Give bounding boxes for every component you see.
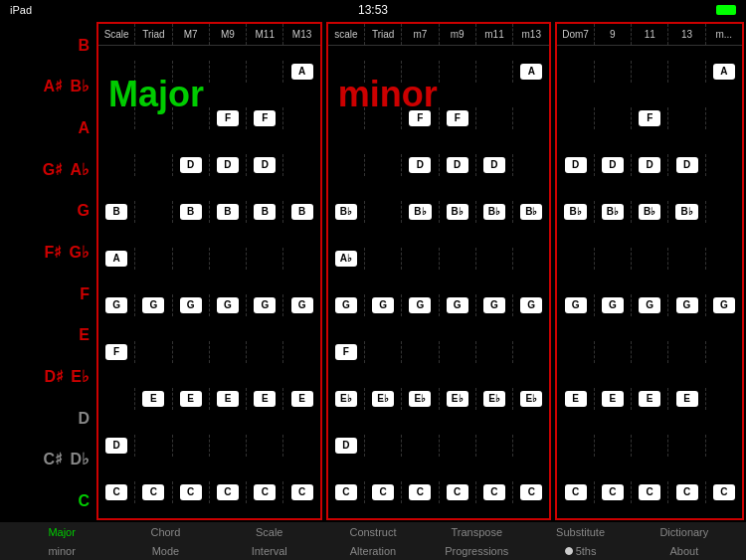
cell[interactable]: G — [135, 294, 172, 316]
cell[interactable]: F — [247, 107, 283, 129]
cell[interactable]: C — [210, 481, 247, 503]
note-G[interactable]: G — [520, 297, 542, 313]
cell[interactable]: G — [283, 294, 319, 316]
note-A[interactable]: A — [713, 64, 735, 80]
cell[interactable]: G — [210, 294, 247, 316]
key-Cs-Db[interactable]: C♯ D♭ — [44, 452, 90, 467]
note-Ab[interactable]: A♭ — [335, 251, 357, 267]
cell[interactable]: B♭ — [668, 201, 705, 223]
note-Bb[interactable]: B♭ — [675, 204, 697, 220]
note-D[interactable]: D — [254, 157, 276, 173]
key-B[interactable]: B — [78, 38, 90, 54]
cell[interactable]: A — [283, 61, 319, 83]
cell[interactable]: C — [247, 481, 283, 503]
note-C[interactable]: C — [409, 484, 431, 500]
cell[interactable]: F — [210, 107, 247, 129]
cell[interactable]: C — [595, 481, 632, 503]
key-C[interactable]: C — [78, 493, 90, 509]
key-G[interactable]: G — [78, 203, 90, 219]
note-Bb[interactable]: B♭ — [564, 204, 586, 220]
note-F[interactable]: F — [217, 110, 239, 126]
cell[interactable]: F — [98, 341, 135, 363]
note-Eb[interactable]: E♭ — [335, 391, 357, 407]
cell[interactable]: G — [440, 294, 476, 316]
note-D[interactable]: D — [217, 157, 239, 173]
cell[interactable]: E — [135, 388, 172, 410]
note-D[interactable]: D — [565, 157, 587, 173]
nav-minor[interactable]: minor — [10, 545, 113, 557]
cell[interactable]: B♭ — [402, 201, 439, 223]
note-E[interactable]: E — [291, 391, 313, 407]
cell[interactable]: A — [706, 61, 742, 83]
cell[interactable]: C — [440, 481, 476, 503]
cell[interactable]: D — [402, 154, 439, 176]
nav-chord[interactable]: Chord — [113, 526, 217, 538]
cell[interactable]: A♭ — [328, 248, 365, 270]
note-D[interactable]: D — [180, 157, 202, 173]
note-D[interactable]: D — [639, 157, 660, 173]
cell[interactable]: D — [668, 154, 705, 176]
note-G[interactable]: G — [372, 297, 394, 313]
note-C[interactable]: C — [639, 484, 660, 500]
cell[interactable]: B♭ — [328, 201, 365, 223]
cell[interactable]: E♭ — [402, 388, 439, 410]
note-G[interactable]: G — [447, 297, 468, 313]
note-C[interactable]: C — [335, 484, 357, 500]
note-C[interactable]: C — [217, 484, 239, 500]
cell[interactable]: C — [135, 481, 172, 503]
note-C[interactable]: C — [105, 484, 127, 500]
cell[interactable]: F — [440, 107, 476, 129]
note-C[interactable]: C — [447, 484, 468, 500]
note-E[interactable]: E — [254, 391, 276, 407]
note-Bb[interactable]: B♭ — [447, 204, 468, 220]
cell[interactable]: F — [328, 341, 365, 363]
note-G[interactable]: G — [105, 297, 127, 313]
note-F[interactable]: F — [447, 110, 468, 126]
nav-construct[interactable]: Construct — [321, 526, 425, 538]
cell[interactable]: G — [595, 294, 632, 316]
note-G[interactable]: G — [676, 297, 698, 313]
cell[interactable]: D — [557, 154, 594, 176]
nav-mode[interactable]: Mode — [113, 545, 217, 557]
cell[interactable]: A — [98, 248, 135, 270]
nav-interval[interactable]: Interval — [218, 545, 321, 557]
cell[interactable]: C — [98, 481, 135, 503]
cell[interactable]: E — [595, 388, 632, 410]
cell[interactable]: B — [173, 201, 210, 223]
note-B[interactable]: B — [291, 204, 313, 220]
nav-about[interactable]: About — [633, 545, 736, 557]
note-F[interactable]: F — [335, 344, 357, 360]
note-C[interactable]: C — [565, 484, 587, 500]
cell[interactable]: E — [173, 388, 210, 410]
cell[interactable]: D — [210, 154, 247, 176]
cell[interactable]: G — [513, 294, 549, 316]
nav-5ths[interactable]: 5ths — [528, 545, 632, 557]
cell[interactable]: G — [668, 294, 705, 316]
nav-major[interactable]: Major — [10, 526, 113, 538]
note-E[interactable]: E — [217, 391, 239, 407]
note-G[interactable]: G — [291, 297, 313, 313]
cell[interactable]: B — [247, 201, 283, 223]
key-A[interactable]: A — [78, 120, 90, 136]
cell[interactable]: B — [283, 201, 319, 223]
cell[interactable]: B♭ — [595, 201, 632, 223]
note-G[interactable]: G — [602, 297, 624, 313]
note-C[interactable]: C — [483, 484, 505, 500]
cell[interactable]: C — [632, 481, 668, 503]
note-D[interactable]: D — [105, 438, 127, 454]
note-G[interactable]: G — [409, 297, 431, 313]
cell[interactable]: E — [210, 388, 247, 410]
note-D[interactable]: D — [483, 157, 505, 173]
note-D[interactable]: D — [676, 157, 698, 173]
note-A[interactable]: A — [520, 64, 542, 80]
note-Eb[interactable]: E♭ — [447, 391, 468, 407]
note-G[interactable]: G — [335, 297, 357, 313]
note-A[interactable]: A — [291, 64, 313, 80]
cell[interactable]: G — [98, 294, 135, 316]
note-G[interactable]: G — [217, 297, 239, 313]
note-D[interactable]: D — [602, 157, 624, 173]
nav-transpose[interactable]: Transpose — [425, 526, 528, 538]
key-As-Bb[interactable]: A♯ B♭ — [44, 79, 90, 94]
cell[interactable]: G — [402, 294, 439, 316]
note-Eb[interactable]: E♭ — [520, 391, 542, 407]
